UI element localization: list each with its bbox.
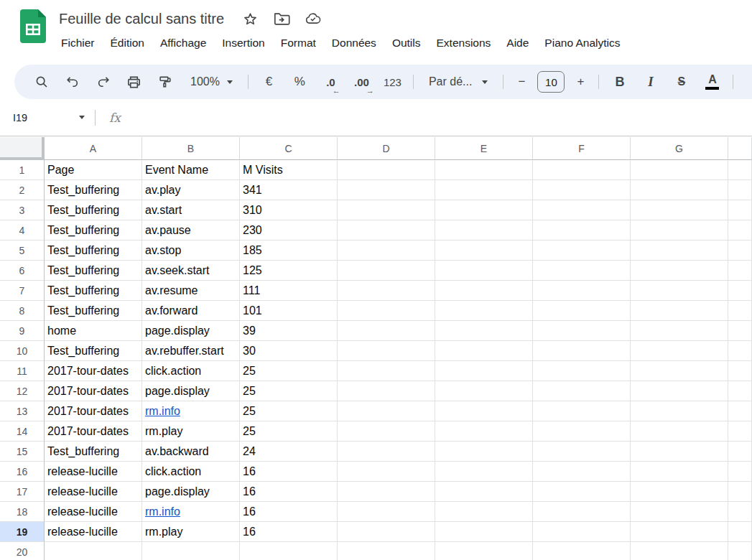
cell-B1[interactable]: Event Name <box>142 160 240 180</box>
cell-C8[interactable]: 101 <box>240 301 338 321</box>
cell-F9[interactable] <box>533 321 631 341</box>
cell-E1[interactable] <box>435 160 533 180</box>
cell-G9[interactable] <box>631 321 728 341</box>
row-header-16[interactable]: 16 <box>0 462 45 482</box>
format-percent-button[interactable]: % <box>284 69 315 95</box>
cell-A20[interactable] <box>45 542 142 560</box>
cell-G16[interactable] <box>631 462 728 482</box>
cell-A17[interactable]: release-lucille <box>45 482 142 502</box>
column-header-H[interactable] <box>728 137 752 160</box>
cell-C14[interactable]: 25 <box>240 421 338 442</box>
cell-B5[interactable]: av.stop <box>142 241 240 261</box>
cell-H14[interactable] <box>728 421 752 442</box>
menu-affichage[interactable]: Affichage <box>152 34 214 52</box>
cell-F8[interactable] <box>533 301 631 321</box>
cell-C12[interactable]: 25 <box>240 381 338 401</box>
column-header-A[interactable]: A <box>45 137 142 160</box>
cell-H9[interactable] <box>728 321 752 341</box>
cell-F3[interactable] <box>533 200 631 220</box>
cell-F19[interactable] <box>533 522 631 542</box>
cell-B14[interactable]: rm.play <box>142 421 240 442</box>
cell-G8[interactable] <box>631 301 728 321</box>
row-header-20[interactable]: 20 <box>0 542 45 560</box>
cell-B15[interactable]: av.backward <box>142 442 240 462</box>
cell-G6[interactable] <box>631 261 728 281</box>
cell-D18[interactable] <box>338 502 435 522</box>
menu-piano-analytics[interactable]: Piano Analytics <box>537 34 628 52</box>
column-header-D[interactable]: D <box>338 137 435 160</box>
cell-F5[interactable] <box>533 241 631 261</box>
cell-E3[interactable] <box>435 200 533 220</box>
cell-G13[interactable] <box>631 401 728 421</box>
cell-H8[interactable] <box>728 301 752 321</box>
cell-E2[interactable] <box>435 180 533 200</box>
menu-aide[interactable]: Aide <box>498 34 537 52</box>
cell-B3[interactable]: av.start <box>142 200 240 220</box>
cell-D14[interactable] <box>338 421 435 442</box>
cell-F7[interactable] <box>533 281 631 301</box>
row-header-2[interactable]: 2 <box>0 180 45 200</box>
cell-B12[interactable]: page.display <box>142 381 240 401</box>
cell-G20[interactable] <box>631 542 728 560</box>
cell-D19[interactable] <box>338 522 435 542</box>
cell-E8[interactable] <box>435 301 533 321</box>
cell-G15[interactable] <box>631 442 728 462</box>
cell-A11[interactable]: 2017-tour-dates <box>45 361 142 381</box>
number-format-selector[interactable]: Par dé... <box>419 75 498 88</box>
star-icon[interactable] <box>241 10 259 27</box>
increase-decimal-button[interactable]: .00 → <box>346 69 377 95</box>
cell-A6[interactable]: Test_buffering <box>45 261 142 281</box>
increase-font-size-button[interactable]: + <box>567 69 593 95</box>
cell-E12[interactable] <box>435 381 533 401</box>
name-box[interactable]: I19 <box>0 112 92 123</box>
cell-B6[interactable]: av.seek.start <box>142 261 240 281</box>
cell-E18[interactable] <box>435 502 533 522</box>
cell-G19[interactable] <box>631 522 728 542</box>
column-header-B[interactable]: B <box>142 137 240 160</box>
cell-E14[interactable] <box>435 421 533 442</box>
cell-G11[interactable] <box>631 361 728 381</box>
row-header-3[interactable]: 3 <box>0 200 45 220</box>
cell-G4[interactable] <box>631 220 728 241</box>
cell-A14[interactable]: 2017-tour-dates <box>45 421 142 442</box>
cell-E6[interactable] <box>435 261 533 281</box>
cell-C4[interactable]: 230 <box>240 220 338 241</box>
cell-A19[interactable]: release-lucille <box>45 522 142 542</box>
cell-B4[interactable]: av.pause <box>142 220 240 241</box>
row-header-10[interactable]: 10 <box>0 341 45 361</box>
cell-H17[interactable] <box>728 482 752 502</box>
cell-A5[interactable]: Test_buffering <box>45 241 142 261</box>
cell-G14[interactable] <box>631 421 728 442</box>
cell-F6[interactable] <box>533 261 631 281</box>
cell-D11[interactable] <box>338 361 435 381</box>
cell-B19[interactable]: rm.play <box>142 522 240 542</box>
row-header-19[interactable]: 19 <box>0 522 45 542</box>
cell-F20[interactable] <box>533 542 631 560</box>
cell-E5[interactable] <box>435 241 533 261</box>
zoom-control[interactable]: 100% <box>180 75 243 88</box>
cell-A12[interactable]: 2017-tour-dates <box>45 381 142 401</box>
cell-G12[interactable] <box>631 381 728 401</box>
row-header-4[interactable]: 4 <box>0 220 45 241</box>
cell-A13[interactable]: 2017-tour-dates <box>45 401 142 421</box>
cell-B18[interactable]: rm.info <box>142 502 240 522</box>
cell-E4[interactable] <box>435 220 533 241</box>
cell-C2[interactable]: 341 <box>240 180 338 200</box>
cloud-saved-icon[interactable] <box>305 10 322 27</box>
cell-H18[interactable] <box>728 502 752 522</box>
cell-D2[interactable] <box>338 180 435 200</box>
cell-C17[interactable]: 16 <box>240 482 338 502</box>
cell-A3[interactable]: Test_buffering <box>45 200 142 220</box>
cell-H16[interactable] <box>728 462 752 482</box>
cell-B8[interactable]: av.forward <box>142 301 240 321</box>
document-title[interactable]: Feuille de calcul sans titre <box>59 11 224 27</box>
cell-C7[interactable]: 111 <box>240 281 338 301</box>
cell-B7[interactable]: av.resume <box>142 281 240 301</box>
cell-D8[interactable] <box>338 301 435 321</box>
cell-H12[interactable] <box>728 381 752 401</box>
menu-outils[interactable]: Outils <box>384 34 429 52</box>
search-button[interactable] <box>26 69 57 95</box>
cell-B20[interactable] <box>142 542 240 560</box>
bold-button[interactable]: B <box>604 69 635 95</box>
formula-input[interactable] <box>121 99 752 136</box>
